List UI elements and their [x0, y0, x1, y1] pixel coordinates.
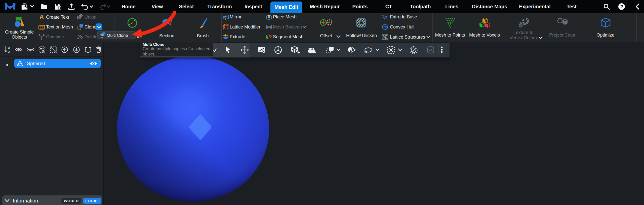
- svg-text:CC: CC: [40, 26, 44, 29]
- svg-text:?: ?: [620, 4, 623, 9]
- svg-text:A: A: [39, 13, 44, 20]
- svg-text:Z: Z: [8, 50, 10, 54]
- svg-text:A: A: [8, 46, 10, 50]
